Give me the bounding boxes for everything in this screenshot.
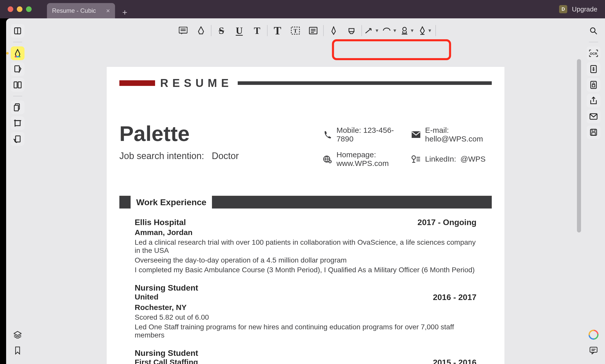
job-location: Rochester, NY <box>135 303 476 312</box>
banner-accent-bar <box>119 80 155 86</box>
svg-rect-21 <box>18 82 21 88</box>
phone-icon <box>323 130 332 139</box>
account-avatar[interactable]: D <box>559 5 567 13</box>
comment-icon[interactable] <box>587 344 600 357</box>
close-tab-button[interactable]: × <box>106 7 110 15</box>
app-window: S U T T T ▼ ▼ <box>6 18 605 364</box>
svg-rect-33 <box>592 85 595 87</box>
signature-icon[interactable]: ▼ <box>417 24 434 37</box>
extract-pages-icon[interactable] <box>11 100 24 114</box>
banner-rule <box>238 81 492 85</box>
minimize-window-button[interactable] <box>17 6 22 12</box>
rail-divider <box>589 42 598 42</box>
job-intention: Job search intention: Doctor <box>119 151 313 161</box>
save-icon[interactable] <box>587 125 600 139</box>
job-dates: 2017 - Ongoing <box>418 218 476 227</box>
compare-icon[interactable] <box>11 78 24 92</box>
text-style-icon[interactable]: T <box>248 24 266 37</box>
share-icon[interactable] <box>587 94 600 108</box>
globe-icon <box>323 155 332 163</box>
stamp-icon[interactable]: ▼ <box>399 24 417 37</box>
crop-page-icon[interactable] <box>11 116 24 130</box>
mail-icon <box>411 131 421 138</box>
layers-icon[interactable] <box>11 328 24 342</box>
svg-rect-27 <box>16 136 20 142</box>
rail-divider <box>13 96 22 96</box>
pen-icon[interactable] <box>325 24 343 37</box>
document-page: RESUME Palette Job search intention: Doc… <box>107 67 505 364</box>
job-bullet: Led One Staff training programs for new … <box>135 323 476 339</box>
svg-point-45 <box>412 156 415 159</box>
banner-title: RESUME <box>155 77 238 89</box>
toolbar-separator <box>267 25 268 36</box>
protect-pdf-icon[interactable] <box>587 78 600 92</box>
toolbar-separator <box>361 25 362 36</box>
svg-rect-36 <box>592 129 595 131</box>
annotate-icon[interactable] <box>11 62 24 76</box>
document-canvas: RESUME Palette Job search intention: Doc… <box>29 44 582 364</box>
convert-pdf-icon[interactable] <box>587 62 600 76</box>
svg-rect-19 <box>15 66 19 72</box>
job-subtitle: First Call Staffing <box>135 358 198 364</box>
toolbar-separator <box>323 25 324 36</box>
email-icon[interactable] <box>587 110 600 123</box>
tab-resume[interactable]: Resume - Cubic × <box>47 3 115 18</box>
work-experience-entry: Ellis Hospital 2017 - Ongoing Amman, Jor… <box>135 218 476 274</box>
note-icon[interactable] <box>174 24 192 37</box>
tab-title: Resume - Cubic <box>52 7 96 14</box>
alignment-icon[interactable] <box>304 24 322 37</box>
svg-text:T: T <box>294 28 297 34</box>
job-bullet: Overseeing the day-to-day operation of a… <box>135 256 476 264</box>
arrow-shape-icon[interactable]: ▼ <box>363 24 381 37</box>
applicant-name: Palette <box>119 121 313 146</box>
maximize-window-button[interactable] <box>26 6 32 12</box>
job-title: Nursing Student <box>135 348 198 358</box>
rail-divider <box>13 42 22 42</box>
job-bullet: Scored 5.82 out of 6.00 <box>135 313 476 321</box>
strikethrough-icon[interactable]: S <box>212 24 230 37</box>
marker-icon[interactable] <box>192 24 210 37</box>
underline-icon[interactable]: U <box>230 24 248 37</box>
ocr-icon[interactable]: OCR <box>587 46 600 60</box>
ellipse-shape-icon[interactable]: ▼ <box>381 24 399 37</box>
svg-rect-24 <box>15 121 20 126</box>
svg-rect-3 <box>291 27 299 34</box>
contact-email: E-mail: hello@WPS.com <box>411 126 492 143</box>
svg-line-29 <box>595 32 597 34</box>
svg-point-44 <box>330 161 331 162</box>
search-icon[interactable] <box>587 24 600 38</box>
rotate-page-icon[interactable] <box>11 132 24 146</box>
upgrade-button[interactable]: Upgrade <box>572 5 597 13</box>
toolbar-separator <box>211 25 211 36</box>
text-box-icon[interactable]: T <box>286 24 304 37</box>
svg-rect-20 <box>14 82 17 88</box>
job-location: Amman, Jordan <box>135 228 476 237</box>
svg-rect-18 <box>19 56 20 57</box>
svg-rect-37 <box>592 133 595 135</box>
right-rail: OCR <box>582 18 605 364</box>
job-subtitle: United <box>135 293 158 302</box>
active-tool-indicator <box>6 52 9 55</box>
text-tool-icon[interactable]: T <box>269 24 286 37</box>
resume-banner: RESUME <box>119 78 492 88</box>
svg-rect-38 <box>590 347 597 352</box>
close-window-button[interactable] <box>8 6 13 12</box>
section-bar: Work Experience <box>119 196 492 209</box>
resume-header: Palette Job search intention: Doctor Mob… <box>119 121 492 168</box>
contact-linkedin: LinkedIn: @WPS <box>411 150 492 168</box>
svg-rect-5 <box>309 27 317 34</box>
bookmark-icon[interactable] <box>11 344 24 357</box>
reading-mode-icon[interactable] <box>11 24 24 38</box>
work-experience-entry: Nursing Student United 2016 - 2017 Roche… <box>135 283 476 339</box>
svg-point-28 <box>590 28 595 32</box>
job-dates: 2015 - 2016 <box>433 358 476 364</box>
new-tab-button[interactable]: + <box>119 6 131 18</box>
wps-logo-icon[interactable] <box>587 328 600 342</box>
job-bullet: I completed my Basic Ambulance Course (3… <box>135 266 476 274</box>
tab-strip: Resume - Cubic × + <box>47 0 131 18</box>
toolbar-separator <box>435 25 436 36</box>
highlighter-icon[interactable] <box>11 46 24 60</box>
eraser-icon[interactable] <box>343 24 360 37</box>
job-title: Ellis Hospital <box>135 218 186 227</box>
svg-rect-23 <box>14 105 18 111</box>
